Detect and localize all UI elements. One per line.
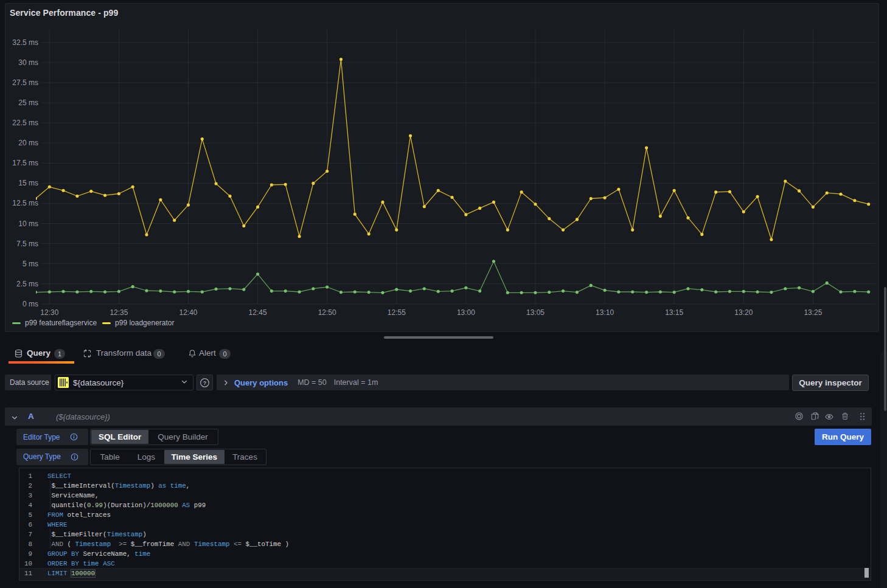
svg-text:12:55: 12:55 [388, 308, 406, 317]
svg-text:27.5 ms: 27.5 ms [12, 78, 38, 87]
svg-text:20 ms: 20 ms [18, 139, 38, 147]
svg-text:?: ? [203, 379, 206, 386]
svg-text:12:45: 12:45 [249, 308, 267, 317]
svg-text:25 ms: 25 ms [18, 99, 38, 107]
svg-text:7.5 ms: 7.5 ms [16, 240, 38, 248]
svg-text:5 ms: 5 ms [23, 260, 38, 268]
svg-text:12.5 ms: 12.5 ms [12, 199, 38, 207]
svg-text:0 ms: 0 ms [23, 300, 38, 308]
svg-text:22.5 ms: 22.5 ms [12, 119, 38, 127]
svg-text:2.5 ms: 2.5 ms [16, 280, 38, 288]
svg-text:32.5 ms: 32.5 ms [12, 38, 38, 47]
svg-text:13:20: 13:20 [734, 308, 753, 317]
svg-text:17.5 ms: 17.5 ms [12, 159, 38, 167]
svg-text:13:05: 13:05 [526, 308, 544, 317]
svg-text:12:40: 12:40 [179, 308, 197, 317]
svg-text:15 ms: 15 ms [18, 179, 38, 187]
svg-text:12:30: 12:30 [40, 308, 58, 317]
svg-text:10 ms: 10 ms [18, 220, 38, 228]
svg-text:30 ms: 30 ms [18, 58, 38, 67]
svg-text:13:15: 13:15 [665, 308, 683, 317]
svg-text:13:10: 13:10 [596, 308, 614, 317]
svg-text:12:35: 12:35 [110, 308, 128, 317]
svg-text:12:50: 12:50 [318, 308, 336, 317]
svg-text:13:25: 13:25 [804, 308, 822, 317]
svg-text:13:00: 13:00 [457, 308, 475, 317]
